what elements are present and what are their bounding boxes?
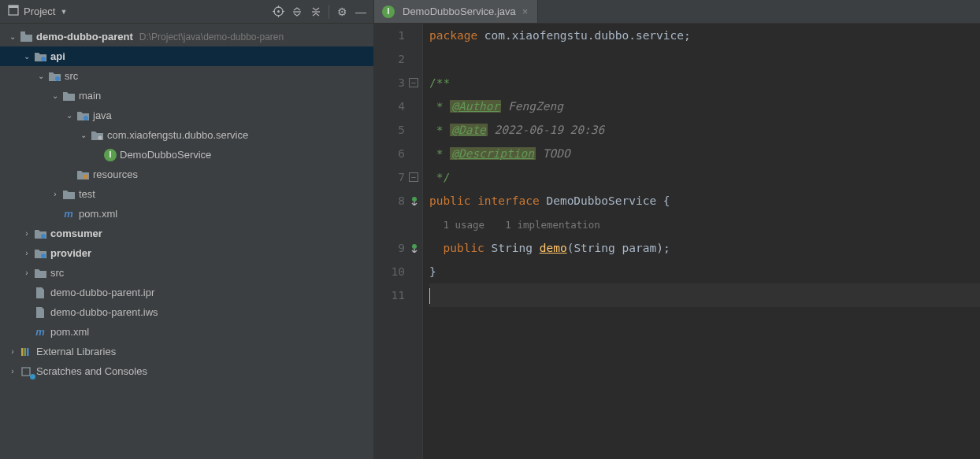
chevron-down-icon[interactable]: ⌄: [6, 31, 19, 43]
tree-node-path: D:\Project\java\demo-dubbo-paren: [139, 31, 284, 43]
implementing-mark-icon[interactable]: [408, 242, 421, 254]
chevron-down-icon[interactable]: ⌄: [49, 90, 61, 102]
folder-icon: [33, 246, 47, 261]
implementing-mark-icon[interactable]: [408, 194, 421, 207]
tree-node-src[interactable]: ⌄src: [0, 66, 373, 86]
file-icon: [33, 286, 47, 300]
line-number[interactable]: 7: [374, 165, 405, 189]
editor-gutter[interactable]: 1234567891011––: [374, 24, 423, 459]
tab-filename: DemoDubboService.java: [403, 6, 516, 17]
code-line-10[interactable]: }: [429, 260, 980, 283]
code-line-8[interactable]: public interface DemoDubboService {: [429, 189, 980, 213]
line-number[interactable]: 2: [374, 47, 405, 71]
tree-node-label: java: [93, 109, 112, 121]
tree-node-label: pom.xml: [50, 326, 89, 338]
line-number[interactable]: 11: [374, 283, 405, 307]
code-line-2[interactable]: [429, 47, 980, 71]
collapse-all-button[interactable]: [306, 2, 325, 21]
tree-node-label: Scratches and Consoles: [36, 365, 147, 377]
code-line-4[interactable]: * @Author FengZeng: [429, 94, 980, 118]
tree-node-label: src: [50, 267, 64, 279]
code-area[interactable]: package com.xiaofengstu.dubbo.service; /…: [423, 24, 980, 459]
folder-icon: [47, 69, 61, 83]
settings-button[interactable]: ⚙: [332, 2, 351, 21]
line-number[interactable]: 10: [374, 260, 405, 283]
minimize-button[interactable]: —: [351, 2, 370, 21]
chevron-down-icon[interactable]: ⌄: [77, 129, 90, 142]
tree-node-test[interactable]: ›test: [0, 184, 373, 204]
tree-node-extlib[interactable]: ›External Libraries: [0, 342, 373, 361]
tree-node-ipr[interactable]: ·demo-dubbo-parent.ipr: [0, 283, 373, 302]
code-line-9[interactable]: public String demo(String param);: [429, 236, 980, 260]
code-line-6[interactable]: * @Description TODO: [429, 142, 980, 165]
expand-all-button[interactable]: [288, 2, 306, 21]
svg-rect-19: [24, 348, 27, 356]
tree-node-iws[interactable]: ·demo-dubbo-parent.iws: [0, 302, 373, 322]
interface-icon: I: [382, 6, 395, 18]
folder-icon: [33, 266, 47, 280]
line-number[interactable]: 9: [374, 236, 405, 260]
folder-icon: [33, 227, 47, 241]
line-number[interactable]: 4: [374, 94, 405, 118]
line-number[interactable]: 1: [374, 24, 405, 47]
tree-node-iface[interactable]: ·IDemoDubboService: [0, 145, 373, 165]
tree-node-provider[interactable]: ›provider: [0, 243, 373, 263]
tree-node-root[interactable]: ⌄demo-dubbo-parentD:\Project\java\demo-d…: [0, 27, 373, 46]
editor-tab[interactable]: I DemoDubboService.java ×: [374, 0, 538, 23]
project-view-selector[interactable]: Project ▼: [3, 3, 72, 20]
resources-icon: [76, 168, 90, 182]
folder-icon: [33, 50, 47, 64]
svg-point-16: [41, 234, 46, 239]
tree-node-label: src: [65, 70, 78, 82]
tree-node-label: External Libraries: [36, 346, 116, 357]
fold-toggle-icon[interactable]: –: [409, 172, 418, 182]
code-line-3[interactable]: /**: [429, 71, 980, 94]
tree-node-src2[interactable]: ›src: [0, 263, 373, 283]
code-line-5[interactable]: * @Date 2022-06-19 20:36: [429, 118, 980, 142]
code-line-11[interactable]: [429, 283, 980, 307]
fold-toggle-icon[interactable]: –: [409, 78, 418, 87]
tree-node-label: DemoDubboService: [120, 149, 211, 161]
svg-point-11: [41, 57, 46, 61]
tree-node-pkg[interactable]: ⌄com.xiaofengstu.dubbo.service: [0, 125, 373, 145]
chevron-down-icon[interactable]: ⌄: [63, 109, 76, 122]
editor-tabs: I DemoDubboService.java ×: [374, 0, 980, 24]
line-number[interactable]: 5: [374, 118, 405, 142]
tree-node-scratch[interactable]: ›Scratches and Consoles: [0, 361, 373, 381]
code-line-7[interactable]: */: [429, 165, 980, 189]
close-tab-button[interactable]: ×: [521, 6, 530, 17]
line-number[interactable]: 6: [374, 142, 405, 165]
tree-node-main[interactable]: ⌄main: [0, 86, 373, 105]
project-view-label: Project: [24, 6, 55, 17]
chevron-right-icon[interactable]: ›: [6, 346, 19, 358]
code-line-hint[interactable]: 1 usage 1 implementation: [429, 213, 980, 236]
chevron-right-icon[interactable]: ›: [49, 188, 61, 201]
chevron-down-icon[interactable]: ⌄: [20, 50, 33, 63]
chevron-right-icon[interactable]: ›: [6, 365, 19, 378]
svg-point-22: [412, 197, 417, 202]
chevron-down-icon[interactable]: ⌄: [35, 70, 47, 83]
code-line-1[interactable]: package com.xiaofengstu.dubbo.service;: [429, 24, 980, 47]
tree-node-resources[interactable]: ·resources: [0, 165, 373, 184]
tree-node-java[interactable]: ⌄java: [0, 105, 373, 125]
chevron-down-icon: ▼: [60, 8, 67, 16]
tree-node-pom2[interactable]: ·mpom.xml: [0, 322, 373, 342]
locate-file-button[interactable]: [269, 2, 288, 21]
project-tree[interactable]: ⌄demo-dubbo-parentD:\Project\java\demo-d…: [0, 24, 373, 459]
svg-rect-15: [84, 175, 87, 179]
svg-rect-20: [27, 348, 29, 356]
line-number[interactable]: 8: [374, 189, 405, 213]
line-number[interactable]: 3: [374, 71, 405, 94]
tree-node-api[interactable]: ⌄api: [0, 46, 373, 66]
tree-node-label: api: [50, 50, 65, 62]
folder-icon: [61, 89, 76, 103]
chevron-right-icon[interactable]: ›: [20, 267, 33, 279]
tree-node-pom1[interactable]: ·mpom.xml: [0, 204, 373, 224]
tree-node-comsumer[interactable]: ›comsumer: [0, 224, 373, 243]
project-tool-window: Project ▼ ⚙ — ⌄demo-dubbo-parentD:\Proje…: [0, 0, 374, 459]
chevron-right-icon[interactable]: ›: [20, 228, 33, 240]
tree-node-label: demo-dubbo-parent.ipr: [50, 287, 154, 298]
line-number[interactable]: [374, 213, 405, 236]
svg-point-23: [412, 244, 417, 249]
chevron-right-icon[interactable]: ›: [20, 247, 33, 260]
